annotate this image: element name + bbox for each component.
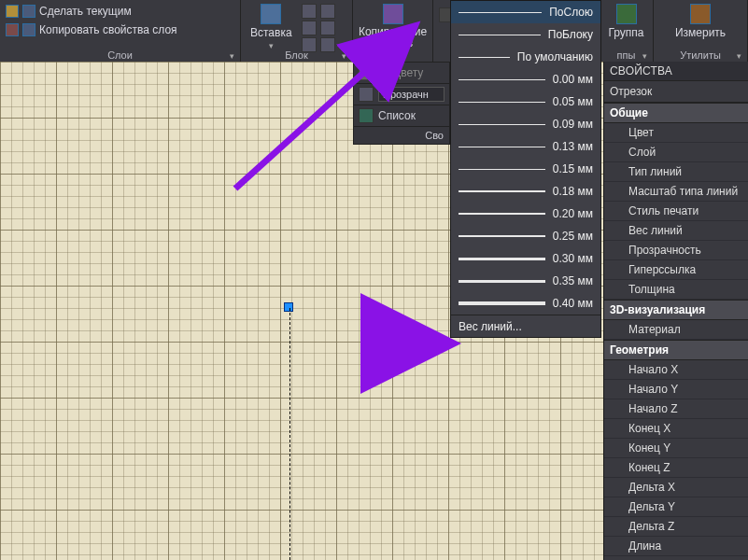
prop-geom-7[interactable]: Дельта Y bbox=[604, 497, 748, 517]
list-button[interactable]: Список bbox=[354, 105, 449, 126]
insert-label: Вставка bbox=[250, 26, 292, 39]
transparency-row[interactable]: Прозрачн bbox=[354, 84, 449, 105]
prop-general-5[interactable]: Вес линий bbox=[604, 221, 748, 241]
lw-value-1[interactable]: 0.05 мм bbox=[451, 91, 600, 113]
prop-geom-3[interactable]: Конец X bbox=[604, 419, 748, 439]
group-icon bbox=[616, 4, 637, 24]
lw-value-0[interactable]: 0.00 мм bbox=[451, 68, 600, 91]
lw-value-label: 0.30 мм bbox=[553, 252, 593, 265]
make-current-button[interactable]: Сделать текущим bbox=[6, 4, 234, 19]
section-geometry[interactable]: Геометрия bbox=[604, 340, 748, 360]
block-tool-1[interactable] bbox=[302, 4, 317, 19]
layers-copy-icon bbox=[6, 23, 19, 36]
lw-value-label: 0.13 мм bbox=[553, 140, 593, 153]
prop-general-7[interactable]: Гиперссылка bbox=[604, 260, 748, 280]
transparency-icon bbox=[359, 87, 374, 102]
prop-general-1[interactable]: Слой bbox=[604, 143, 748, 162]
measure-icon bbox=[690, 4, 711, 24]
prop-general-8[interactable]: Толщина bbox=[604, 280, 748, 300]
ribbon-group-utils: Измерить Утилиты ▾ bbox=[654, 0, 748, 62]
lw-value-8[interactable]: 0.30 мм bbox=[451, 247, 600, 270]
prop-general-3[interactable]: Масштаб типа линий bbox=[604, 182, 748, 202]
lw-value-label: 0.00 мм bbox=[553, 73, 593, 86]
prop-geom-4[interactable]: Конец Y bbox=[604, 439, 748, 458]
block-tool-3[interactable] bbox=[302, 21, 317, 35]
lw-value-label: 0.18 мм bbox=[553, 185, 593, 198]
lw-bylayer[interactable]: ПоСлою bbox=[451, 1, 600, 23]
prop-geom-2[interactable]: Начало Z bbox=[604, 399, 748, 419]
ribbon-layers-expand[interactable]: ▾ bbox=[230, 51, 234, 61]
prop-general-6[interactable]: Прозрачность bbox=[604, 241, 748, 260]
prop-general-4[interactable]: Стиль печати bbox=[604, 202, 748, 221]
copy-layer-props-button[interactable]: Копировать свойства слоя bbox=[6, 22, 234, 37]
bycolor-icon bbox=[359, 65, 374, 80]
lw-value-2[interactable]: 0.09 мм bbox=[451, 113, 600, 135]
match-properties-icon bbox=[383, 4, 403, 24]
layers-current-icon bbox=[6, 5, 19, 18]
lw-value-7[interactable]: 0.25 мм bbox=[451, 225, 600, 247]
ribbon-groups-expand[interactable]: ▾ bbox=[642, 51, 647, 61]
panel-footer: Сво bbox=[354, 126, 449, 144]
block-tool-2[interactable] bbox=[320, 4, 335, 19]
list-icon bbox=[359, 108, 374, 123]
bycolor-row: ПоЦвету bbox=[354, 63, 449, 83]
prop-geom-1[interactable]: Начало Y bbox=[604, 380, 748, 399]
block-tool-4[interactable] bbox=[320, 21, 335, 35]
lw-value-9[interactable]: 0.35 мм bbox=[451, 270, 600, 292]
lw-bylayer-label: ПоСлою bbox=[549, 6, 593, 19]
section-3dviz[interactable]: 3D-визуализация bbox=[604, 300, 748, 320]
ribbon-block-expand[interactable]: ▾ bbox=[342, 51, 346, 61]
section-general[interactable]: Общие bbox=[604, 103, 748, 123]
layers-copy-arrow-icon bbox=[22, 23, 35, 36]
lw-value-label: 0.25 мм bbox=[553, 230, 593, 243]
tracking-line bbox=[289, 308, 290, 560]
bycolor-label: ПоЦвету bbox=[378, 66, 423, 79]
lw-value-label: 0.05 мм bbox=[553, 95, 593, 108]
properties-flyout: ПоЦвету Прозрачн Список Сво bbox=[353, 62, 450, 145]
prop-geom-5[interactable]: Конец Z bbox=[604, 458, 748, 478]
lw-value-6[interactable]: 0.20 мм bbox=[451, 203, 600, 225]
lw-value-4[interactable]: 0.15 мм bbox=[451, 158, 600, 180]
lw-more[interactable]: Вес линий... bbox=[451, 315, 600, 337]
match-properties-button[interactable]: Копирование свойств bbox=[355, 4, 430, 49]
lw-value-10[interactable]: 0.40 мм bbox=[451, 292, 600, 315]
prop-viz-0[interactable]: Материал bbox=[604, 320, 748, 340]
selection-grip[interactable] bbox=[284, 302, 293, 312]
lw-value-label: 0.40 мм bbox=[553, 297, 593, 310]
lw-value-3[interactable]: 0.13 мм bbox=[451, 135, 600, 158]
block-tools-grid bbox=[302, 4, 356, 52]
lw-value-label: 0.35 мм bbox=[553, 274, 593, 287]
lw-value-5[interactable]: 0.18 мм bbox=[451, 180, 600, 203]
list-label: Список bbox=[378, 109, 416, 122]
ribbon-utils-label: Утилиты bbox=[654, 49, 747, 62]
lw-value-label: 0.20 мм bbox=[553, 207, 593, 220]
ribbon-group-groups: Группа ппы ▾ bbox=[600, 0, 654, 62]
properties-object-type[interactable]: Отрезок bbox=[604, 81, 748, 103]
lw-byblock[interactable]: ПоБлоку bbox=[451, 23, 600, 46]
prop-geom-6[interactable]: Дельта X bbox=[604, 478, 748, 497]
drawing-svg bbox=[0, 62, 280, 202]
prop-geom-10[interactable]: Угол bbox=[604, 556, 748, 560]
prop-geom-0[interactable]: Начало X bbox=[604, 360, 748, 380]
measure-button[interactable]: Измерить bbox=[671, 4, 729, 39]
group-button[interactable]: Группа bbox=[604, 4, 647, 39]
ribbon-utils-expand[interactable]: ▾ bbox=[737, 51, 741, 61]
lw-default-label: По умолчанию bbox=[517, 50, 593, 63]
prop-general-2[interactable]: Тип линий bbox=[604, 162, 748, 182]
ribbon: Сделать текущим Копировать свойства слоя… bbox=[0, 0, 748, 62]
properties-panel: СВОЙСТВА Отрезок Общие ЦветСлойТип линий… bbox=[603, 62, 748, 560]
prop-geom-9[interactable]: Длина bbox=[604, 537, 748, 556]
lw-byblock-label: ПоБлоку bbox=[548, 28, 593, 41]
prop-general-0[interactable]: Цвет bbox=[604, 123, 748, 143]
ribbon-group-block: Вставка ▾ Блок ▾ bbox=[241, 0, 353, 62]
prop-geom-8[interactable]: Дельта Z bbox=[604, 517, 748, 537]
measure-label: Измерить bbox=[675, 26, 726, 39]
ribbon-group-layers: Сделать текущим Копировать свойства слоя… bbox=[0, 0, 241, 62]
transparency-combo[interactable]: Прозрачн bbox=[378, 87, 445, 102]
ribbon-block-label: Блок bbox=[241, 49, 352, 62]
insert-button[interactable]: Вставка ▾ bbox=[247, 4, 296, 50]
group-label: Группа bbox=[608, 26, 643, 39]
copy-layer-props-label: Копировать свойства слоя bbox=[39, 22, 177, 37]
lineweight-dropdown: ПоСлою ПоБлоку По умолчанию 0.00 мм0.05 … bbox=[450, 0, 601, 338]
lw-default[interactable]: По умолчанию bbox=[451, 46, 600, 68]
